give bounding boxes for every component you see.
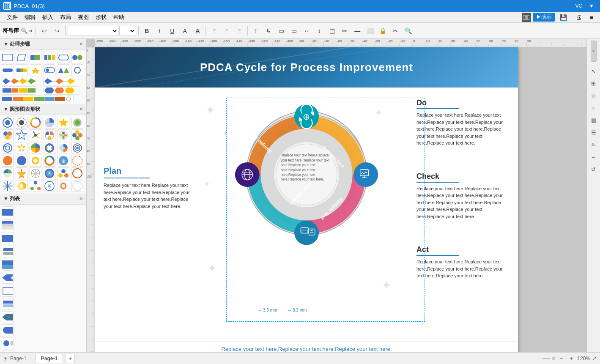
lock-btn[interactable]: 🔒	[377, 25, 389, 37]
shape-item[interactable]	[2, 180, 14, 192]
toolbar-icon-save[interactable]: 💾	[556, 13, 570, 22]
shape-item[interactable]	[16, 52, 27, 63]
zoom-slider-thumb[interactable]	[552, 357, 555, 360]
list-shape-item[interactable]	[2, 233, 14, 244]
vc-dropdown[interactable]: ▼	[586, 2, 597, 10]
shape-item[interactable]	[44, 77, 78, 85]
list-shape-item[interactable]	[2, 259, 14, 271]
section-header-list[interactable]: ▼ 列表 ✕	[0, 194, 86, 205]
shape-item[interactable]	[16, 129, 27, 141]
shape-item[interactable]	[71, 180, 83, 192]
plan-text[interactable]: Replace your text here.Replace your text…	[104, 182, 197, 210]
shape-item[interactable]: ✕	[44, 180, 55, 192]
panel-btn-refresh[interactable]: ↺	[588, 164, 599, 175]
close-list[interactable]: ✕	[79, 196, 83, 202]
shape-item[interactable]	[2, 64, 14, 76]
align-center-btn[interactable]: ≡	[221, 25, 233, 37]
shape-item[interactable]	[44, 142, 55, 154]
close-circles[interactable]: ✕	[79, 107, 83, 112]
shape-item[interactable]	[44, 64, 55, 76]
menu-layout[interactable]: 布局	[57, 13, 74, 22]
find-btn[interactable]: 🔍	[402, 25, 414, 37]
shape-btn-1[interactable]: ▭	[275, 25, 287, 37]
toolbar-icon-print[interactable]: 🖨	[572, 13, 585, 22]
panel-btn-table[interactable]: ▥	[588, 115, 599, 126]
search-icon[interactable]: 🔍	[21, 27, 27, 34]
zoom-expand[interactable]: ⤢	[592, 355, 597, 361]
menu-insert[interactable]: 插入	[39, 13, 57, 22]
shape-item[interactable]	[16, 142, 27, 154]
shape-item[interactable]	[58, 167, 69, 179]
panel-btn-cursor[interactable]: ↖	[588, 66, 599, 77]
list-shape-item[interactable]: List Item	[2, 311, 14, 323]
canvas-area[interactable]: -250 -240 -230 -220 -210 -200 -190 -180 …	[87, 39, 586, 352]
shape-item[interactable]	[44, 86, 78, 95]
panel-btn-resize[interactable]: ↔	[588, 151, 599, 162]
shape-item[interactable]	[58, 117, 69, 129]
shape-item[interactable]	[30, 117, 41, 129]
panel-btn-layers[interactable]: ≡	[588, 102, 599, 113]
shape-item[interactable]	[2, 96, 74, 102]
text-tool-btn[interactable]: T	[250, 25, 262, 37]
shape-item[interactable]	[44, 167, 55, 179]
shape-item[interactable]	[16, 155, 27, 167]
shape-item[interactable]	[71, 64, 83, 76]
pdca-svg[interactable]: Sample Text Sample Text Sample Text Samp…	[226, 94, 387, 255]
underline-button[interactable]: U	[166, 25, 178, 37]
menu-shape[interactable]: 形状	[92, 13, 110, 22]
shape-item[interactable]	[30, 155, 41, 167]
pdca-diagram-container[interactable]: ✦ ✦ ✦ ✦ ✦ ✦	[201, 94, 412, 334]
shape-item[interactable]	[2, 129, 14, 141]
section-header-circles[interactable]: ▼ 圆形图表形状 ✕	[0, 104, 86, 115]
window-controls[interactable]: VC ▼	[573, 2, 597, 10]
present-btn[interactable]: ▶演示	[533, 13, 555, 22]
shape-item[interactable]	[58, 64, 69, 76]
shape-item[interactable]	[2, 117, 14, 129]
align-left-btn[interactable]: ≡	[208, 25, 220, 37]
list-shape-item[interactable]	[2, 272, 14, 284]
style-select[interactable]	[68, 26, 118, 36]
shape-item[interactable]	[58, 52, 69, 63]
shape-item[interactable]	[30, 52, 41, 63]
close-steps[interactable]: ✕	[79, 41, 83, 47]
add-page-btn[interactable]: +	[66, 354, 75, 363]
list-shape-item[interactable]	[2, 350, 14, 352]
section-header-steps[interactable]: ▼ 处理步骤 ✕	[0, 39, 86, 50]
list-shape-item[interactable]	[2, 298, 14, 310]
panel-btn-list[interactable]: ☰	[588, 127, 599, 138]
shape-btn-4[interactable]: ↕	[313, 25, 325, 37]
shape-item[interactable]	[2, 155, 14, 167]
shape-item[interactable]	[58, 142, 69, 154]
shape-item[interactable]	[2, 142, 14, 154]
toolbar-icon-1[interactable]	[522, 13, 531, 22]
menu-edit[interactable]: 编辑	[21, 13, 39, 22]
page-tab[interactable]: Page-1	[36, 354, 63, 363]
list-shape-item[interactable]	[2, 219, 14, 231]
list-shape-item[interactable]	[2, 285, 14, 297]
zoom-in-btn[interactable]: +	[567, 355, 575, 362]
shape-item[interactable]	[71, 142, 83, 154]
panel-btn-grid[interactable]: ⊞	[588, 78, 599, 89]
scissors-btn[interactable]: ✂	[389, 25, 401, 37]
zoom-out-btn[interactable]: −	[557, 355, 565, 362]
shape-item[interactable]	[71, 129, 83, 141]
shape-item[interactable]	[58, 129, 69, 141]
shape-item[interactable]	[30, 64, 41, 76]
shape-item[interactable]	[16, 167, 27, 179]
toolbar-icon-menu[interactable]: ≡	[586, 13, 597, 22]
connector-btn[interactable]: ↳	[263, 25, 274, 37]
list-shape-item[interactable]	[2, 324, 14, 336]
shape-item[interactable]	[2, 167, 14, 179]
panel-btn-bookmark[interactable]: ☆	[588, 90, 599, 101]
panel-btn-details[interactable]: ≋	[588, 139, 599, 150]
shape-item[interactable]	[16, 64, 27, 76]
shape-item[interactable]: ⊕	[58, 155, 69, 167]
footer-text[interactable]: Replace your text here.Replace your text…	[221, 346, 392, 352]
menu-help[interactable]: 帮助	[110, 13, 128, 22]
act-text[interactable]: Replace your text here.Replace your text…	[416, 258, 510, 279]
shape-item[interactable]	[44, 117, 55, 129]
font-color-btn[interactable]: A	[179, 25, 191, 37]
shape-item[interactable]	[30, 142, 41, 154]
bold-button[interactable]: B	[141, 25, 153, 37]
document-canvas[interactable]: PDCA Cycle for Process Improvement Plan …	[95, 47, 518, 352]
